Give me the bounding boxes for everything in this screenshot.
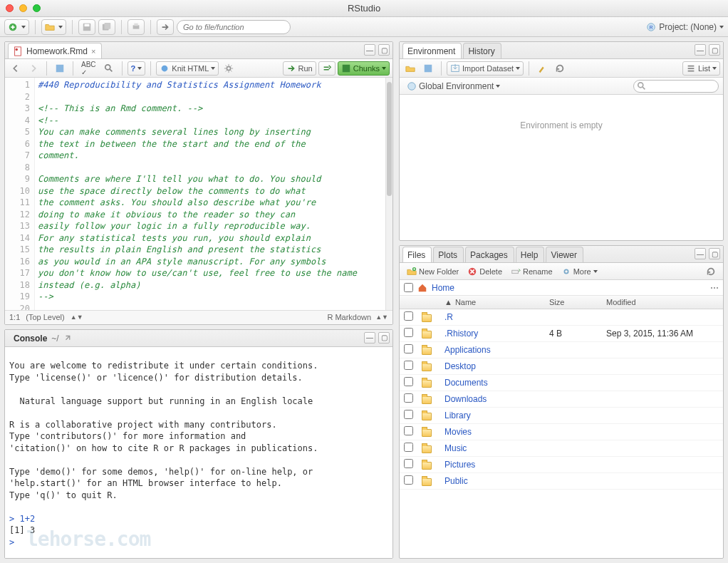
- close-tab-button[interactable]: ×: [91, 47, 95, 56]
- tab-plots[interactable]: Plots: [433, 247, 464, 262]
- tab-history[interactable]: History: [463, 43, 501, 58]
- save-workspace-button[interactable]: [420, 61, 436, 76]
- knit-button[interactable]: Knit HTML: [156, 61, 219, 76]
- file-row[interactable]: .R: [400, 309, 723, 326]
- minimize-source-button[interactable]: —: [364, 44, 375, 56]
- env-scope-dropdown[interactable]: Global Environment: [404, 79, 503, 93]
- home-icon[interactable]: [417, 283, 427, 293]
- spellcheck-button[interactable]: ABC✓: [78, 61, 99, 76]
- save-all-button[interactable]: [98, 19, 115, 35]
- tab-help[interactable]: Help: [516, 247, 545, 262]
- file-name[interactable]: Pictures: [444, 460, 475, 470]
- console-body[interactable]: You are welcome to redistribute it under…: [5, 347, 392, 558]
- file-checkbox[interactable]: [404, 475, 413, 485]
- minimize-env-button[interactable]: —: [695, 44, 706, 56]
- folder-icon: [422, 429, 432, 437]
- file-row[interactable]: Pictures: [400, 457, 723, 473]
- code-area[interactable]: #440 Reproducibility and Statistics Assi…: [35, 78, 385, 310]
- file-row[interactable]: .Rhistory4 BSep 3, 2015, 11:36 AM: [400, 326, 723, 342]
- source-tab-homework[interactable]: Homework.Rmd ×: [8, 43, 102, 58]
- file-checkbox[interactable]: [404, 311, 413, 321]
- file-name[interactable]: Public: [444, 476, 468, 486]
- maximize-files-button[interactable]: ▢: [709, 248, 720, 259]
- file-checkbox[interactable]: [404, 426, 413, 435]
- file-name[interactable]: Downloads: [444, 394, 487, 404]
- file-checkbox[interactable]: [404, 393, 413, 403]
- run-button[interactable]: Run: [283, 61, 316, 76]
- file-checkbox[interactable]: [404, 443, 413, 452]
- tab-files[interactable]: Files: [402, 247, 432, 262]
- file-name[interactable]: Movies: [444, 427, 472, 437]
- new-folder-button[interactable]: New Folder: [404, 264, 462, 279]
- file-row[interactable]: Public: [400, 473, 723, 490]
- tab-environment[interactable]: Environment: [402, 43, 462, 58]
- more-button[interactable]: More: [558, 264, 600, 279]
- clear-env-button[interactable]: [534, 61, 550, 76]
- load-workspace-button[interactable]: [402, 61, 418, 76]
- file-name[interactable]: Music: [444, 443, 467, 453]
- file-checkbox[interactable]: [404, 361, 413, 370]
- file-checkbox[interactable]: [404, 410, 413, 419]
- file-row[interactable]: Library: [400, 408, 723, 424]
- file-checkbox[interactable]: [404, 328, 413, 337]
- goto-button[interactable]: [157, 19, 174, 35]
- svg-point-14: [227, 66, 231, 70]
- file-checkbox[interactable]: [404, 459, 413, 468]
- file-row[interactable]: Desktop: [400, 358, 723, 375]
- refresh-env-button[interactable]: [552, 61, 568, 76]
- open-file-button[interactable]: [41, 19, 66, 35]
- env-list-label: List: [698, 64, 710, 73]
- file-row[interactable]: Movies: [400, 424, 723, 440]
- filetype-label[interactable]: R Markdown: [327, 313, 371, 321]
- maximize-console-button[interactable]: ▢: [378, 332, 390, 344]
- col-size[interactable]: Size: [549, 298, 564, 306]
- maximize-source-button[interactable]: ▢: [378, 44, 390, 56]
- editor-scrollbar[interactable]: [385, 78, 392, 310]
- tab-viewer[interactable]: Viewer: [546, 247, 583, 262]
- file-row[interactable]: Downloads: [400, 391, 723, 408]
- breadcrumb-home[interactable]: Home: [432, 283, 454, 293]
- breadcrumb-more[interactable]: ⋯: [710, 283, 719, 293]
- import-dataset-button[interactable]: Import Dataset: [447, 61, 524, 76]
- minimize-files-button[interactable]: —: [695, 248, 706, 259]
- file-name[interactable]: Library: [444, 410, 471, 420]
- env-view-button[interactable]: List: [682, 61, 720, 76]
- file-checkbox[interactable]: [404, 377, 413, 386]
- save-source-button[interactable]: [52, 61, 68, 76]
- col-modified[interactable]: Modified: [606, 298, 636, 306]
- file-name[interactable]: .Rhistory: [444, 329, 478, 339]
- chunks-button[interactable]: Chunks: [338, 61, 390, 76]
- popout-icon[interactable]: [63, 334, 73, 344]
- delete-button[interactable]: Delete: [464, 264, 505, 279]
- file-name[interactable]: Documents: [444, 378, 488, 388]
- project-label: Project: (None): [659, 22, 717, 32]
- file-row[interactable]: Applications: [400, 342, 723, 358]
- goto-file-input[interactable]: [177, 20, 291, 34]
- forward-button[interactable]: [26, 61, 41, 76]
- file-name[interactable]: Applications: [444, 345, 491, 355]
- new-file-button[interactable]: [4, 19, 29, 35]
- col-name[interactable]: Name: [455, 298, 476, 306]
- project-menu[interactable]: R Project: (None): [646, 22, 724, 32]
- file-row[interactable]: Music: [400, 440, 723, 457]
- file-name[interactable]: Desktop: [444, 361, 476, 371]
- file-name[interactable]: .R: [444, 312, 453, 322]
- refresh-files-button[interactable]: [703, 264, 719, 279]
- select-all-checkbox[interactable]: [404, 283, 413, 292]
- help-dropdown[interactable]: ?: [128, 61, 146, 76]
- rerun-button[interactable]: [318, 61, 336, 76]
- tab-packages[interactable]: Packages: [465, 247, 514, 262]
- back-button[interactable]: [8, 61, 24, 76]
- maximize-env-button[interactable]: ▢: [709, 44, 720, 56]
- scope-label[interactable]: (Top Level): [26, 313, 64, 321]
- console-wd: ~/: [51, 334, 58, 344]
- print-button[interactable]: [128, 19, 145, 35]
- editor[interactable]: 123456789101112131415161718192021 #440 R…: [5, 78, 392, 310]
- file-checkbox[interactable]: [404, 344, 413, 353]
- file-row[interactable]: Documents: [400, 375, 723, 391]
- settings-button[interactable]: [221, 61, 236, 76]
- save-button[interactable]: [78, 19, 95, 35]
- find-button[interactable]: [101, 61, 117, 76]
- minimize-console-button[interactable]: —: [364, 332, 375, 344]
- rename-button[interactable]: Rename: [508, 264, 556, 279]
